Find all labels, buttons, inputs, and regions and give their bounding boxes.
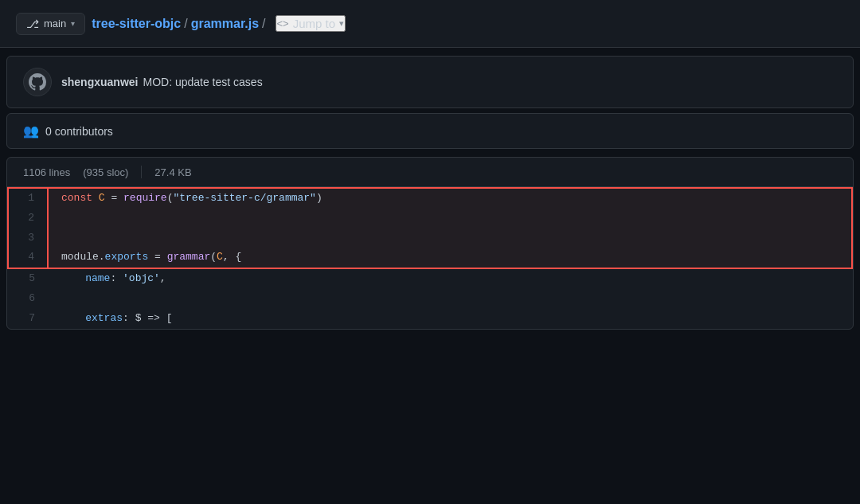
jump-to-button[interactable]: <> Jump to ▾ [276,15,346,32]
line-code [48,209,852,229]
github-avatar-icon [29,73,46,91]
jump-to-label: Jump to [293,17,335,30]
commit-bar: shengxuanwei MOD: update test cases [6,56,854,108]
contributors-count: 0 contributors [45,125,113,138]
table-row: 2 [8,209,852,229]
line-code [48,229,852,248]
top-bar: ⎇ main ▾ tree-sitter-objc / grammar.js /… [0,0,860,48]
breadcrumb-sep-1: / [184,17,187,31]
repo-link[interactable]: tree-sitter-objc [92,17,181,31]
table-row: 6 [8,289,852,309]
branch-icon: ⎇ [26,18,39,30]
line-code: extras: $ => [ [48,309,852,329]
code-panel: 1106 lines (935 sloc) 27.4 KB 1const C =… [6,157,854,330]
avatar [23,68,52,96]
commit-author[interactable]: shengxuanwei [61,76,138,88]
breadcrumb-sep-2: / [262,17,265,31]
code-table: 1const C = require("tree-sitter-c/gramma… [7,187,853,329]
file-size: 27.4 KB [154,166,191,178]
line-number: 2 [8,209,48,229]
line-number: 1 [8,188,48,209]
breadcrumb: tree-sitter-objc / grammar.js / [92,17,265,31]
line-number: 7 [8,309,48,329]
line-number: 6 [8,289,48,309]
jump-to-code-icon: <> [277,18,289,29]
lines-count: 1106 lines [23,166,70,178]
commit-message: MOD: update test cases [143,76,262,88]
contributors-icon: 👥 [23,123,39,139]
jump-to-chevron-icon: ▾ [339,18,344,29]
line-code [48,289,852,309]
code-header: 1106 lines (935 sloc) 27.4 KB [7,158,853,187]
header-divider [141,166,142,178]
file-link[interactable]: grammar.js [191,17,259,31]
commit-info: shengxuanwei MOD: update test cases [61,76,263,88]
line-number: 3 [8,229,48,248]
line-number: 5 [8,268,48,289]
table-row: 3 [8,229,852,248]
branch-button[interactable]: ⎇ main ▾ [16,13,85,35]
table-row: 4module.exports = grammar(C, { [8,248,852,268]
line-code: const C = require("tree-sitter-c/grammar… [48,188,852,209]
contributors-bar: 👥 0 contributors [6,113,854,149]
line-code: name: 'objc', [48,268,852,289]
line-code: module.exports = grammar(C, { [48,248,852,268]
table-row: 5 name: 'objc', [8,268,852,289]
sloc-count: (935 sloc) [83,166,128,178]
table-row: 7 extras: $ => [ [8,309,852,329]
branch-label: main [44,18,66,29]
branch-chevron-icon: ▾ [71,19,75,28]
line-number: 4 [8,248,48,268]
table-row: 1const C = require("tree-sitter-c/gramma… [8,188,852,209]
